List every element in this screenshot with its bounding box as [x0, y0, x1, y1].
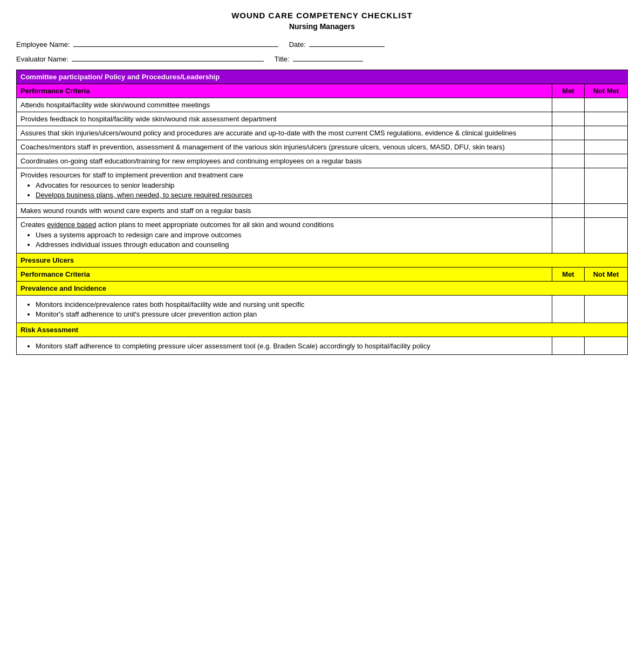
evaluator-name-line[interactable] — [72, 61, 264, 61]
risk-met[interactable] — [552, 337, 585, 355]
pressure-ulcers-header: Pressure Ulcers — [17, 253, 628, 268]
page-title: WOUND CARE COMPETENCY CHECKLIST — [16, 11, 628, 20]
row-5-met[interactable] — [552, 154, 585, 168]
row-2-text: Provides feedback to hospital/facility w… — [17, 112, 552, 126]
list-item: Monitors incidence/prevalence rates both… — [36, 300, 548, 309]
employee-name-row: Employee Name: Date: — [16, 40, 628, 49]
row-1-text: Attends hospital/facility wide skin/woun… — [17, 98, 552, 112]
title-line[interactable] — [293, 61, 363, 61]
row-2-met[interactable] — [552, 112, 585, 126]
met-header-1: Met — [552, 84, 585, 98]
evaluator-name-label: Evaluator Name: — [16, 55, 68, 63]
table-row: Monitors staff adherence to completing p… — [17, 337, 628, 355]
notmet-header-2: Not Met — [585, 268, 628, 282]
row-1-met[interactable] — [552, 98, 585, 112]
row-3-text: Assures that skin injuries/ulcers/wound … — [17, 126, 552, 140]
pressure-ulcers-header-row: Pressure Ulcers — [17, 253, 628, 268]
row-8-text: Creates evidence based action plans to m… — [17, 218, 552, 253]
employee-name-label: Employee Name: — [16, 40, 70, 49]
row-7-text: Makes wound rounds with wound care exper… — [17, 204, 552, 218]
row-8-notmet[interactable] — [585, 218, 628, 253]
prevalence-met[interactable] — [552, 296, 585, 323]
row-7-notmet[interactable] — [585, 204, 628, 218]
prevalence-header: Prevalence and Incidence — [17, 282, 628, 296]
list-item: Monitors staff adherence to completing p… — [36, 342, 548, 350]
page-subtitle: Nursing Managers — [16, 22, 628, 31]
list-item: Advocates for resources to senior leader… — [36, 181, 548, 189]
risk-notmet[interactable] — [585, 337, 628, 355]
risk-assessment-header: Risk Assessment — [17, 323, 628, 337]
table-row: Attends hospital/facility wide skin/woun… — [17, 98, 628, 112]
row-8-met[interactable] — [552, 218, 585, 253]
performance-criteria-label-2: Performance Criteria — [17, 268, 552, 282]
committee-header: Committee participation/ Policy and Proc… — [17, 70, 628, 84]
row-4-notmet[interactable] — [585, 140, 628, 154]
table-row: Provides feedback to hospital/facility w… — [17, 112, 628, 126]
row-6-met[interactable] — [552, 168, 585, 204]
row-2-notmet[interactable] — [585, 112, 628, 126]
table-row: Coaches/mentors staff in prevention, ass… — [17, 140, 628, 154]
competency-table: Committee participation/ Policy and Proc… — [16, 70, 628, 355]
risk-row-text: Monitors staff adherence to completing p… — [17, 337, 552, 355]
evaluator-name-row: Evaluator Name: Title: — [16, 55, 628, 63]
title-label: Title: — [275, 55, 290, 63]
committee-header-row: Committee participation/ Policy and Proc… — [17, 70, 628, 84]
row-6-notmet[interactable] — [585, 168, 628, 204]
table-row: Makes wound rounds with wound care exper… — [17, 204, 628, 218]
table-row: Coordinates on-going staff education/tra… — [17, 154, 628, 168]
prevalence-row-text: Monitors incidence/prevalence rates both… — [17, 296, 552, 323]
table-row: Monitors incidence/prevalence rates both… — [17, 296, 628, 323]
table-row: Creates evidence based action plans to m… — [17, 218, 628, 253]
met-header-2: Met — [552, 268, 585, 282]
table-row: Provides resources for staff to implemen… — [17, 168, 628, 204]
prevalence-header-row: Prevalence and Incidence — [17, 282, 628, 296]
row-4-text: Coaches/mentors staff in prevention, ass… — [17, 140, 552, 154]
employee-name-line[interactable] — [73, 46, 278, 47]
committee-subheader-row: Performance Criteria Met Not Met — [17, 84, 628, 98]
row-3-notmet[interactable] — [585, 126, 628, 140]
row-5-text: Coordinates on-going staff education/tra… — [17, 154, 552, 168]
risk-assessment-header-row: Risk Assessment — [17, 323, 628, 337]
row-7-met[interactable] — [552, 204, 585, 218]
row-1-notmet[interactable] — [585, 98, 628, 112]
table-row: Assures that skin injuries/ulcers/wound … — [17, 126, 628, 140]
prevalence-notmet[interactable] — [585, 296, 628, 323]
row-5-notmet[interactable] — [585, 154, 628, 168]
date-label: Date: — [289, 40, 306, 49]
list-item: Addresses individual issues through educ… — [36, 241, 548, 249]
row-6-text: Provides resources for staff to implemen… — [17, 168, 552, 204]
row-4-met[interactable] — [552, 140, 585, 154]
row-3-met[interactable] — [552, 126, 585, 140]
list-item: Develops business plans, when needed, to… — [36, 191, 548, 199]
list-item: Monitor's staff adherence to unit's pres… — [36, 310, 548, 318]
performance-criteria-label-1: Performance Criteria — [17, 84, 552, 98]
date-line[interactable] — [309, 46, 385, 47]
list-item: Uses a systems approach to redesign care… — [36, 231, 548, 239]
pressure-ulcers-subheader-row: Performance Criteria Met Not Met — [17, 268, 628, 282]
notmet-header-1: Not Met — [585, 84, 628, 98]
